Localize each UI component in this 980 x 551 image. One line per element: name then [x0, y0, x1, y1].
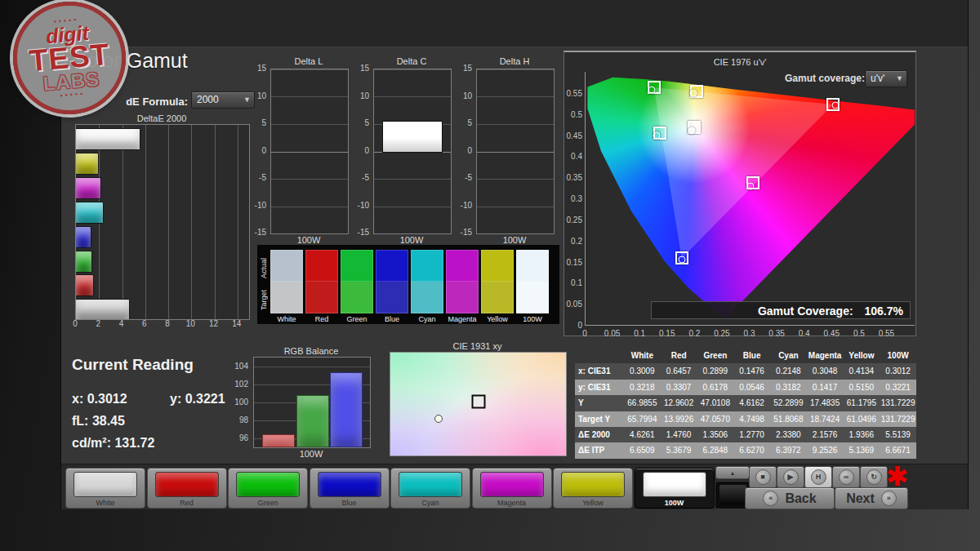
lch-tick-label: 10: [247, 91, 266, 100]
cie1976-xtick: 0.15: [657, 329, 678, 338]
deltae-gridline: [215, 125, 216, 319]
link-button[interactable]: ∞: [832, 466, 860, 488]
patch-button-red[interactable]: Red: [147, 468, 227, 509]
table-row: Target Y65.799413.992647.05704.749851.80…: [575, 411, 916, 427]
table-value-cell: 61.1795: [844, 395, 880, 411]
cie1976-ytick: 0.35: [561, 173, 582, 182]
cie1976-xtick: 0.1: [629, 329, 650, 338]
table-header-cell: Yellow: [844, 348, 880, 363]
rgb-balance-plot: [253, 357, 371, 448]
table-header-row: WhiteRedGreenBlueCyanMagentaYellow100W: [575, 348, 916, 363]
actual-row-label: Actual: [260, 251, 270, 284]
deltae-bar-magenta: [76, 177, 101, 199]
delta-l-xlabel: 100W: [270, 235, 347, 245]
eject-button[interactable]: ▲: [715, 466, 750, 479]
delta-h-yticks: 151050-5-10-15: [453, 69, 474, 233]
patch-button-cyan[interactable]: Cyan: [390, 468, 470, 509]
table-value-cell: 9.2526: [807, 442, 844, 458]
stop-button[interactable]: ■: [749, 466, 777, 488]
lch-tick-label: 5: [350, 118, 369, 127]
deltae-gridline: [168, 125, 169, 319]
patch-label: Yellow: [554, 499, 632, 507]
lch-gridline: [477, 152, 554, 153]
table-value-cell: 6.3972: [770, 442, 807, 458]
rgb-tick-label: 104: [234, 362, 248, 371]
cie1976-panel: CIE 1976 u'v' Gamut coverage: u'v' ▼ 00.…: [564, 51, 916, 336]
table-value-cell: 0.6178: [697, 380, 734, 395]
cie1976-ytick: 0.4: [561, 152, 582, 161]
save-button[interactable]: H: [804, 466, 832, 488]
table-value-cell: 4.6261: [624, 427, 661, 442]
lch-gridline: [271, 69, 348, 70]
lch-gridline: [477, 207, 554, 207]
patch-button-green[interactable]: Green: [228, 468, 308, 509]
deltae-bar-yellow: [76, 153, 99, 175]
gamut-coverage-readout: Gamut Coverage: 106.7%: [651, 301, 911, 319]
play-button[interactable]: ▶: [777, 466, 804, 488]
next-button-label: Next: [846, 491, 875, 506]
swatch-blue: Blue: [376, 250, 408, 323]
table-row: ΔE 20004.62611.47601.35061.27702.33802.1…: [575, 427, 916, 442]
cie1976-ytick: 0.45: [561, 131, 582, 140]
table-row: y: CIE310.32180.33070.61780.05460.31820.…: [575, 380, 916, 395]
table-value-cell: 0.3221: [880, 380, 916, 395]
eject-icon: ▲: [730, 470, 736, 476]
table-value-cell: 0.2899: [697, 363, 734, 379]
cie1976-xtick: 0.3: [739, 329, 760, 338]
swatch-cyan: Cyan: [411, 250, 443, 323]
lch-tick-label: 10: [453, 91, 472, 100]
deltae-gridline: [191, 125, 192, 319]
patch-color-blue: [318, 472, 381, 497]
table-row-label: Y: [575, 395, 624, 411]
cie1976-ytick: 0: [561, 321, 582, 330]
measured-marker-cyan: [653, 132, 660, 140]
swatch-label: 100W: [516, 315, 549, 323]
patch-button-yellow[interactable]: Yellow: [553, 468, 633, 509]
deltae-bar-green: [76, 251, 92, 273]
patch-button-magenta[interactable]: Magenta: [472, 468, 552, 509]
patch-label: Magenta: [473, 499, 551, 507]
swatch-compare-panel: Actual Target WhiteRedGreenBlueCyanMagen…: [257, 245, 559, 324]
logo-dots-bottom: •••••: [60, 91, 85, 100]
measured-marker-red: [832, 102, 840, 109]
deltae-gridline: [145, 125, 146, 319]
delta-c-xlabel: 100W: [373, 235, 450, 245]
patch-button-white[interactable]: White: [65, 468, 145, 509]
patch-button-100w[interactable]: 100W: [635, 468, 715, 509]
patch-color-magenta: [480, 472, 544, 497]
patch-button-blue[interactable]: Blue: [310, 468, 390, 509]
deltae-bar-blue: [76, 226, 91, 248]
swatch-green: Green: [341, 250, 373, 323]
swatch-label: Magenta: [446, 315, 479, 323]
swatch-target: [376, 282, 408, 313]
swatch-label: Yellow: [481, 315, 514, 323]
lch-tick-label: -10: [247, 201, 266, 210]
refresh-button[interactable]: ↻: [860, 466, 888, 488]
deltae-bar-cyan: [76, 202, 104, 224]
refresh-icon: ↻: [866, 469, 882, 485]
back-button[interactable]: « Back: [745, 487, 835, 509]
lch-gridline: [271, 152, 348, 153]
patch-label: Green: [229, 499, 307, 507]
delta-h-xlabel: 100W: [476, 235, 553, 245]
cie1931-title: CIE 1931 xy: [390, 341, 565, 351]
delta-h-title: Delta H: [476, 56, 553, 66]
deltae-tick-label: 8: [159, 319, 176, 328]
unsaved-changes-icon: ✱: [886, 460, 909, 492]
measured-marker-blue: [679, 256, 686, 264]
swatch-target: [341, 282, 373, 313]
swatch-actual: [305, 250, 338, 282]
lch-gridline: [374, 96, 451, 97]
deltae-bar-white: [76, 299, 130, 320]
cie1976-yaxis: 0.550.50.450.40.350.30.250.20.150.10.050: [563, 72, 584, 325]
cie1976-title: CIE 1976 u'v': [564, 57, 915, 67]
play-icon: ▶: [783, 469, 799, 485]
swatch-actual: [376, 250, 408, 282]
cie1976-xtick: 0.2: [684, 329, 705, 338]
table-value-cell: 6.2848: [697, 442, 734, 458]
table-value-cell: 4.6162: [733, 395, 770, 411]
lch-gridline: [374, 233, 451, 234]
lch-gridline: [271, 207, 348, 207]
de-formula-dropdown[interactable]: 2000 ▼: [191, 91, 255, 109]
table-value-cell: 0.1476: [733, 363, 770, 379]
